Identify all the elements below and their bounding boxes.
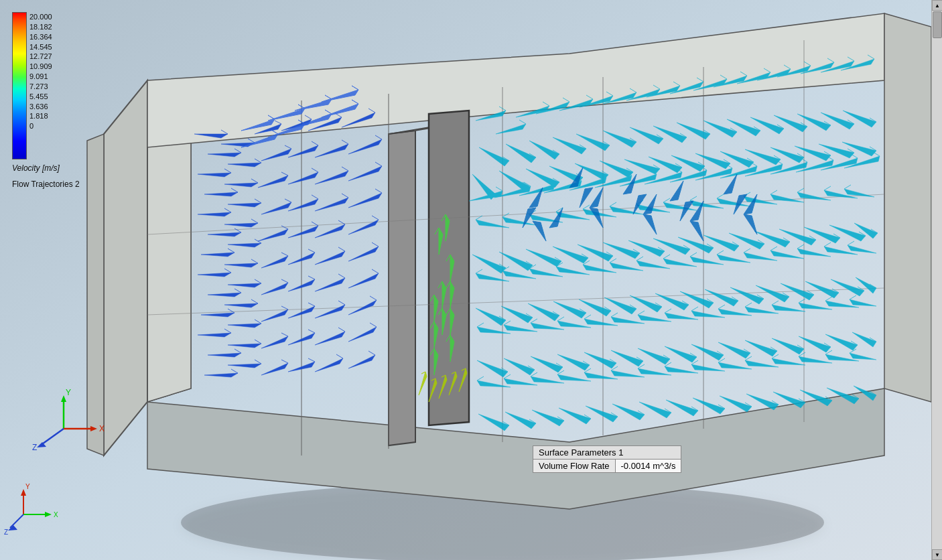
cfd-viewport: Y X Z Y X Z 20.000 18.182 16.364 — [0, 0, 942, 560]
legend-value-8: 5.455 — [29, 92, 52, 102]
legend-value-11: 0 — [29, 121, 52, 131]
surface-params-label: Volume Flow Rate — [533, 460, 616, 472]
color-legend: 20.000 18.182 16.364 14.545 12.727 10.90… — [12, 12, 86, 189]
svg-marker-8 — [884, 13, 931, 402]
scrollbar-down-button[interactable]: ▼ — [932, 549, 942, 560]
scrollbar-up-button[interactable]: ▲ — [932, 0, 942, 11]
legend-value-3: 14.545 — [29, 42, 52, 52]
cfd-scene: Y X Z Y X Z — [0, 0, 942, 560]
svg-text:Z: Z — [32, 443, 37, 452]
legend-labels: 20.000 18.182 16.364 14.545 12.727 10.90… — [29, 12, 52, 131]
svg-marker-5 — [104, 80, 147, 456]
legend-value-6: 9.091 — [29, 72, 52, 82]
scrollbar[interactable]: ▲ ▼ — [931, 0, 942, 560]
svg-text:X: X — [54, 511, 58, 518]
surface-params-box: Surface Parameters 1 Volume Flow Rate -0… — [533, 445, 681, 473]
surface-params-title: Surface Parameters 1 — [533, 446, 681, 460]
legend-trajectory-label: Flow Trajectories 2 — [12, 180, 86, 189]
legend-unit-label: Velocity [m/s] — [12, 163, 86, 173]
legend-value-4: 12.727 — [29, 52, 52, 62]
legend-value-5: 10.909 — [29, 62, 52, 72]
svg-marker-9 — [389, 131, 415, 445]
svg-marker-6 — [87, 134, 104, 456]
color-scale-bar — [12, 12, 27, 159]
legend-value-1: 18.182 — [29, 22, 52, 32]
legend-value-10: 1.818 — [29, 111, 52, 121]
legend-value-9: 3.636 — [29, 102, 52, 112]
scrollbar-thumb[interactable] — [933, 11, 942, 38]
legend-value-0: 20.000 — [29, 12, 52, 22]
svg-text:Y: Y — [66, 388, 71, 397]
surface-params-row: Volume Flow Rate -0.0014 m^3/s — [533, 460, 681, 472]
svg-text:Y: Y — [25, 483, 30, 490]
surface-params-value: -0.0014 m^3/s — [616, 460, 681, 472]
legend-value-7: 7.273 — [29, 82, 52, 92]
svg-text:X: X — [99, 424, 105, 433]
legend-value-2: 16.364 — [29, 32, 52, 42]
svg-text:Z: Z — [4, 529, 8, 536]
